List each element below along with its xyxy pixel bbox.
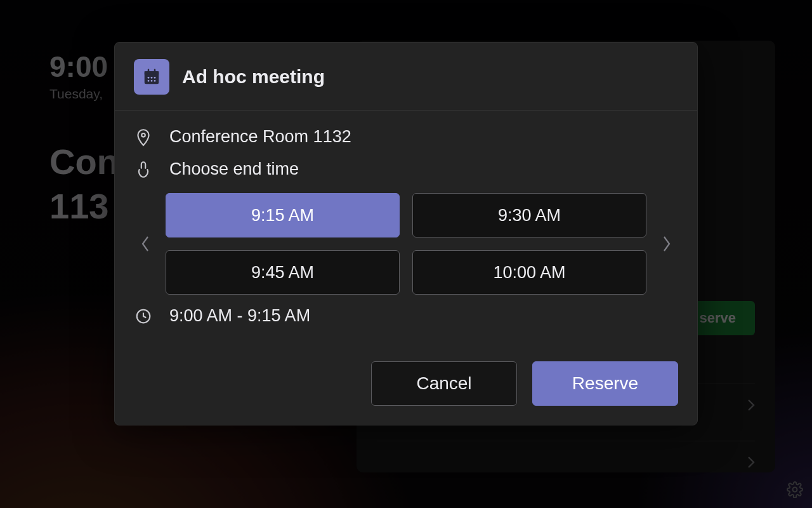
cancel-button[interactable]: Cancel bbox=[371, 361, 517, 406]
svg-point-11 bbox=[141, 133, 145, 137]
svg-point-10 bbox=[154, 80, 156, 82]
time-prev-button[interactable] bbox=[134, 218, 157, 269]
reserve-button-label: Reserve bbox=[572, 373, 638, 394]
adhoc-meeting-modal: Ad hoc meeting Conference Room 1132 bbox=[114, 42, 698, 425]
time-next-button[interactable] bbox=[655, 218, 678, 269]
end-time-option-3[interactable]: 9:45 AM bbox=[166, 250, 400, 295]
clock-icon bbox=[134, 308, 153, 324]
room-name-text: Conference Room 1132 bbox=[169, 127, 351, 147]
chevron-right-icon bbox=[662, 235, 672, 253]
touch-icon bbox=[134, 160, 153, 179]
choose-end-time-row: Choose end time bbox=[134, 159, 678, 179]
time-range-text: 9:00 AM - 9:15 AM bbox=[169, 306, 310, 326]
calendar-icon bbox=[134, 59, 169, 95]
modal-title: Ad hoc meeting bbox=[182, 66, 325, 88]
modal-header: Ad hoc meeting bbox=[115, 43, 697, 110]
time-grid: 9:15 AM 9:30 AM 9:45 AM 10:00 AM bbox=[166, 193, 646, 295]
svg-point-5 bbox=[148, 77, 150, 79]
end-time-option-4[interactable]: 10:00 AM bbox=[412, 250, 646, 295]
svg-point-9 bbox=[151, 80, 153, 82]
chevron-left-icon bbox=[140, 235, 150, 253]
cancel-button-label: Cancel bbox=[416, 373, 471, 394]
modal-footer: Cancel Reserve bbox=[115, 345, 697, 425]
reserve-button[interactable]: Reserve bbox=[532, 361, 678, 406]
room-row: Conference Room 1132 bbox=[134, 127, 678, 147]
end-time-option-2[interactable]: 9:30 AM bbox=[412, 193, 646, 237]
svg-point-7 bbox=[154, 77, 156, 79]
choose-end-time-label: Choose end time bbox=[169, 159, 299, 179]
end-time-picker: 9:15 AM 9:30 AM 9:45 AM 10:00 AM bbox=[134, 193, 678, 295]
location-icon bbox=[134, 128, 153, 147]
end-time-option-1-label: 9:15 AM bbox=[251, 206, 314, 225]
svg-point-8 bbox=[148, 80, 150, 82]
modal-body: Conference Room 1132 Choose end time bbox=[115, 110, 697, 345]
end-time-option-3-label: 9:45 AM bbox=[251, 263, 314, 283]
end-time-option-2-label: 9:30 AM bbox=[498, 206, 561, 225]
svg-point-6 bbox=[151, 77, 153, 79]
end-time-option-1[interactable]: 9:15 AM bbox=[166, 193, 400, 237]
end-time-option-4-label: 10:00 AM bbox=[493, 263, 565, 283]
modal-overlay: Ad hoc meeting Conference Room 1132 bbox=[0, 0, 812, 508]
time-range-row: 9:00 AM - 9:15 AM bbox=[134, 306, 678, 326]
svg-rect-2 bbox=[145, 71, 159, 74]
